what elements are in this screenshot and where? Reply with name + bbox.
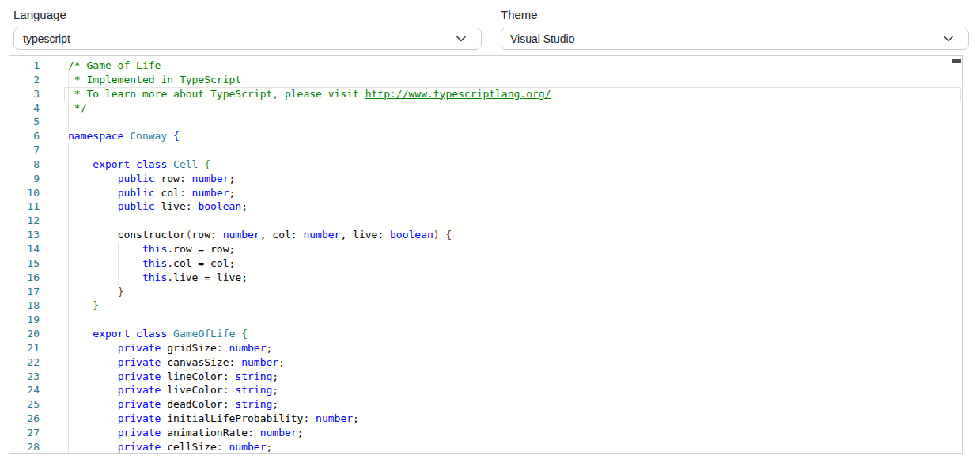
code-line[interactable]: 25 private deadColor: string; (9, 397, 962, 412)
code-line-content: */ (68, 101, 962, 116)
code-line-content: private gridSize: number; (68, 341, 962, 355)
code-line-content: private initialLifeProbability: number; (68, 412, 962, 426)
line-number: 1 (9, 59, 68, 73)
code-line-content: public row: number; (68, 172, 962, 186)
code-line-content: export class GameOfLife { (68, 327, 962, 341)
code-line[interactable]: 27 private animationRate: number; (9, 426, 962, 440)
code-line[interactable]: 2 * Implemented in TypeScript (9, 73, 962, 87)
code-line-content: this.row = row; (68, 242, 962, 256)
indent-guide (68, 214, 69, 228)
code-line[interactable]: 26 private initialLifeProbability: numbe… (9, 412, 962, 426)
line-number: 28 (9, 440, 68, 454)
line-number: 17 (9, 285, 68, 299)
code-line[interactable]: 23 private lineColor: string; (9, 370, 962, 384)
line-number: 16 (9, 271, 68, 285)
line-number: 20 (9, 327, 68, 341)
code-line-content: * Implemented in TypeScript (68, 73, 962, 87)
code-line[interactable]: 13 constructor(row: number, col: number,… (9, 228, 962, 242)
code-line[interactable]: 9 public row: number; (9, 172, 962, 186)
code-line-content: namespace Conway { (68, 129, 962, 143)
code-line[interactable]: 5 (9, 115, 962, 129)
language-select[interactable]: typescript (13, 28, 482, 50)
code-line[interactable]: 6namespace Conway { (9, 129, 962, 143)
code-line-content (68, 115, 962, 129)
line-number: 5 (9, 115, 68, 129)
language-label: Language (13, 8, 482, 21)
line-number: 6 (9, 129, 68, 143)
indent-guide (68, 313, 69, 327)
chevron-down-icon (944, 36, 953, 42)
line-number: 11 (9, 199, 68, 214)
line-number: 22 (9, 355, 68, 370)
code-line-content (68, 143, 962, 158)
code-line-content (68, 313, 962, 327)
code-line[interactable]: 28 private cellSize: number; (9, 440, 962, 454)
code-line-content: * To learn more about TypeScript, please… (68, 87, 962, 101)
line-number: 23 (9, 370, 68, 384)
code-line[interactable]: 21 private gridSize: number; (9, 341, 962, 355)
code-line-content: private deadColor: string; (68, 397, 962, 412)
code-line-content: private animationRate: number; (68, 426, 962, 440)
vertical-scrollbar[interactable] (952, 56, 962, 453)
line-number: 2 (9, 73, 68, 87)
code-line[interactable]: 11 public live: boolean; (9, 199, 962, 214)
code-line[interactable]: 15 this.col = col; (9, 256, 962, 271)
line-number: 19 (9, 313, 68, 327)
code-line[interactable]: 8 export class Cell { (9, 158, 962, 172)
line-number: 7 (9, 143, 68, 158)
editor-controls: Language typescript Theme Visual Studio (0, 0, 980, 50)
code-line[interactable]: 14 this.row = row; (9, 242, 962, 256)
code-line-content: private canvasSize: number; (68, 355, 962, 370)
code-line[interactable]: 24 private liveColor: string; (9, 383, 962, 397)
line-number: 12 (9, 214, 68, 228)
line-number: 14 (9, 242, 68, 256)
code-line-content: } (68, 298, 962, 313)
line-number: 15 (9, 256, 68, 271)
line-number: 4 (9, 101, 68, 116)
line-number: 24 (9, 383, 68, 397)
line-number: 9 (9, 172, 68, 186)
code-line[interactable]: 3 * To learn more about TypeScript, plea… (9, 87, 962, 101)
code-line-content: } (68, 285, 962, 299)
code-line-content: private lineColor: string; (68, 370, 962, 384)
code-line[interactable]: 17 } (9, 285, 962, 299)
chevron-down-icon (456, 36, 466, 42)
line-number: 27 (9, 426, 68, 440)
indent-guide (68, 143, 69, 158)
line-number: 3 (9, 87, 68, 101)
language-select-value: typescript (23, 32, 70, 45)
code-line-content: /* Game of Life (68, 59, 962, 73)
code-line[interactable]: 4 */ (9, 101, 962, 116)
code-line[interactable]: 12 (9, 214, 962, 228)
code-line-content: public col: number; (68, 186, 962, 200)
indent-guide (68, 115, 69, 129)
theme-field: Theme Visual Studio (501, 8, 969, 50)
code-line-content: constructor(row: number, col: number, li… (68, 228, 962, 242)
code-line[interactable]: 16 this.live = live; (9, 271, 962, 285)
code-editor[interactable]: 1/* Game of Life2 * Implemented in TypeS… (9, 55, 963, 454)
code-line[interactable]: 19 (9, 313, 962, 327)
code-content[interactable]: 1/* Game of Life2 * Implemented in TypeS… (9, 59, 962, 454)
code-line[interactable]: 1/* Game of Life (9, 59, 962, 73)
line-number: 8 (9, 158, 68, 172)
theme-label: Theme (501, 8, 969, 21)
code-line-content: private liveColor: string; (68, 383, 962, 397)
code-line[interactable]: 18 } (9, 298, 962, 313)
line-number: 13 (9, 228, 68, 242)
theme-select[interactable]: Visual Studio (501, 28, 969, 50)
code-line-content: this.col = col; (68, 256, 962, 271)
line-number: 21 (9, 341, 68, 355)
theme-select-value: Visual Studio (510, 32, 574, 45)
code-line[interactable]: 7 (9, 143, 962, 158)
code-line-content (68, 214, 962, 228)
code-line[interactable]: 10 public col: number; (9, 186, 962, 200)
line-number: 26 (9, 412, 68, 426)
overview-ruler-cursor-mark (952, 59, 961, 63)
code-line-content: public live: boolean; (68, 199, 962, 214)
code-line[interactable]: 20 export class GameOfLife { (9, 327, 962, 341)
code-line-content: export class Cell { (68, 158, 962, 172)
code-line[interactable]: 22 private canvasSize: number; (9, 355, 962, 370)
language-field: Language typescript (13, 8, 482, 50)
indent-guide (93, 214, 93, 228)
line-number: 10 (9, 186, 68, 200)
